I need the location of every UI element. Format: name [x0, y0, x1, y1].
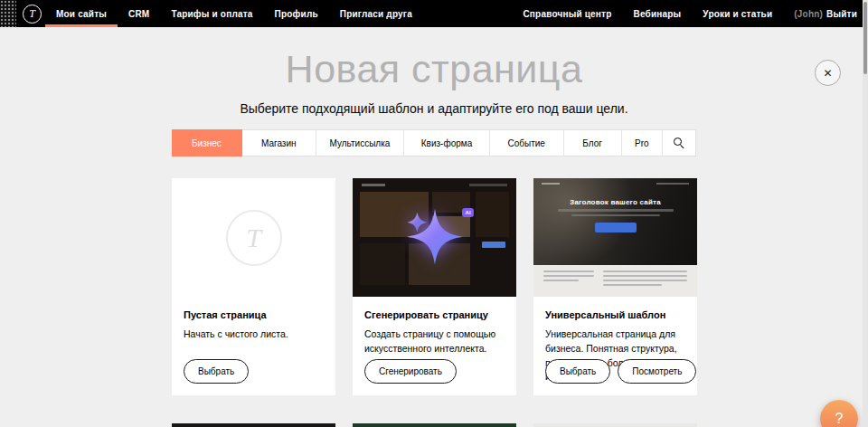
- template-cards-row-2: [172, 423, 696, 427]
- tilda-pattern-strip: [0, 0, 16, 27]
- template-cards-row: T Пустая страница Начать с чистого листа…: [172, 178, 696, 395]
- nav-item-help-center[interactable]: Справочный центр: [512, 0, 622, 27]
- page-title: Новая страница: [0, 47, 868, 90]
- logout-link[interactable]: (John) Выйти: [783, 0, 868, 27]
- blank-page-preview: T: [172, 178, 335, 297]
- generate-button[interactable]: Сгенерировать: [364, 359, 457, 384]
- choose-button[interactable]: Выбрать: [545, 359, 610, 384]
- scrollbar-thumb[interactable]: [863, 2, 867, 74]
- secondary-nav: Справочный центр Вебинары Уроки и статьи…: [512, 0, 868, 27]
- user-name: (John): [794, 9, 823, 19]
- tilda-watermark-icon: T: [226, 210, 282, 266]
- ai-sparkle-icon: [405, 206, 465, 266]
- preview-cta-button: [595, 223, 637, 232]
- card-title: Универсальный шаблон: [545, 309, 685, 320]
- nav-item-plans[interactable]: Тарифы и оплата: [160, 0, 263, 27]
- nav-item-profile[interactable]: Профиль: [264, 0, 329, 27]
- main-nav: Мои сайты CRM Тарифы и оплата Профиль Пр…: [45, 0, 423, 27]
- new-page-dialog: ✕ Новая страница Выберите подходящий шаб…: [0, 47, 868, 427]
- blank-page-card: T Пустая страница Начать с чистого листа…: [172, 178, 335, 395]
- card-description: Начать с чистого листа.: [184, 327, 324, 342]
- nav-item-invite-friend[interactable]: Пригласи друга: [329, 0, 423, 27]
- tab-multilink[interactable]: Мультиссылка: [316, 130, 405, 156]
- nav-item-crm[interactable]: CRM: [118, 0, 160, 27]
- preview-heading: Заголовок вашего сайта: [570, 198, 661, 206]
- close-icon[interactable]: ✕: [815, 60, 841, 86]
- tab-shop[interactable]: Магазин: [242, 130, 316, 156]
- page-subtitle: Выберите подходящий шаблон и адаптируйте…: [0, 101, 868, 116]
- preview-button[interactable]: Посмотреть: [618, 359, 696, 384]
- generate-page-card: AI Сгенерировать страницу Создать страни…: [353, 178, 516, 395]
- nav-item-my-sites[interactable]: Мои сайты: [45, 0, 118, 27]
- tab-quiz-form[interactable]: Квиз-форма: [404, 130, 490, 156]
- template-category-tabs: Бизнес Магазин Мультиссылка Квиз-форма С…: [172, 129, 696, 157]
- tab-pro[interactable]: Pro: [622, 130, 663, 156]
- universal-template-card: Заголовок вашего сайта: [533, 178, 697, 395]
- scrollbar-track[interactable]: [863, 0, 868, 427]
- universal-template-preview: Заголовок вашего сайта: [533, 178, 697, 297]
- search-icon: [674, 138, 684, 148]
- tilda-logo[interactable]: T: [23, 5, 42, 24]
- template-card-partial: [172, 423, 335, 427]
- nav-item-lessons[interactable]: Уроки и статьи: [692, 0, 783, 27]
- logout-label: Выйти: [826, 9, 857, 19]
- card-title: Пустая страница: [184, 309, 324, 320]
- nav-item-webinars[interactable]: Вебинары: [623, 0, 693, 27]
- card-title: Сгенерировать страницу: [364, 309, 505, 320]
- help-button[interactable]: ?: [820, 400, 858, 427]
- tab-search[interactable]: [663, 130, 695, 156]
- tab-business[interactable]: Бизнес: [172, 129, 242, 157]
- tab-event[interactable]: Событие: [490, 130, 564, 156]
- choose-button[interactable]: Выбрать: [184, 359, 249, 384]
- ai-generate-preview: AI: [353, 178, 516, 297]
- tab-blog[interactable]: Блог: [564, 130, 622, 156]
- ai-badge: AI: [462, 208, 474, 217]
- template-card-partial: [533, 423, 697, 427]
- top-navigation-bar: T Мои сайты CRM Тарифы и оплата Профиль …: [0, 0, 868, 27]
- template-card-partial: [353, 423, 516, 427]
- app-window: T Мои сайты CRM Тарифы и оплата Профиль …: [0, 0, 868, 427]
- card-description: Создать страницу с помощью искусственног…: [364, 327, 505, 356]
